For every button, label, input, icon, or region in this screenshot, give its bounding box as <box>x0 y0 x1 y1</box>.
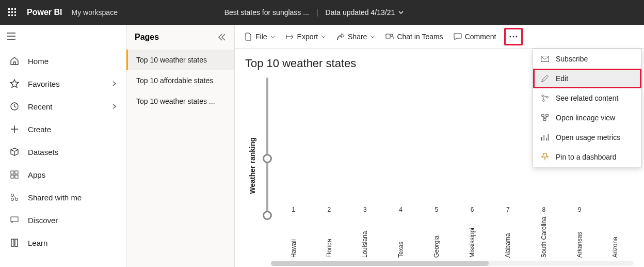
collapse-pages-icon[interactable] <box>217 33 226 42</box>
export-icon <box>286 33 294 41</box>
data-updated-label: Data updated 4/13/21 <box>326 8 395 17</box>
bar-value: 2 <box>328 206 331 213</box>
chat-teams-label: Chat in Teams <box>397 33 443 41</box>
more-options-menu: SubscribeEditSee related contentOpen lin… <box>533 49 642 167</box>
chevron-down-icon <box>398 9 404 15</box>
svg-rect-1 <box>11 8 13 10</box>
x-tick: Texas <box>384 216 417 258</box>
file-label: File <box>255 33 267 41</box>
cube-icon <box>9 147 20 157</box>
nav-item-datasets[interactable]: Datasets <box>0 140 126 163</box>
workspace-label[interactable]: My workspace <box>71 8 117 17</box>
more-options-button[interactable] <box>504 28 523 45</box>
nav-item-apps[interactable]: Apps <box>0 163 126 186</box>
svg-rect-18 <box>386 34 390 38</box>
nav-item-label: Home <box>28 57 49 66</box>
menu-item-label: Pin to a dashboard <box>556 153 617 161</box>
page-item[interactable]: Top 10 affordable states <box>126 70 234 91</box>
metrics-icon <box>540 133 550 142</box>
chevron-right-icon <box>111 81 117 87</box>
svg-point-20 <box>510 36 511 37</box>
menu-item-pin[interactable]: Pin to a dashboard <box>533 147 641 167</box>
share-button[interactable]: Share <box>332 29 379 44</box>
bar-value: 7 <box>506 206 510 213</box>
nav-item-label: Learn <box>28 239 47 247</box>
svg-point-24 <box>542 95 544 97</box>
bar[interactable]: 8 <box>527 206 560 214</box>
x-tick: Hawaii <box>277 216 310 258</box>
menu-item-subscribe[interactable]: Subscribe <box>533 49 641 69</box>
nav-item-favorites[interactable]: Favorites <box>0 72 126 95</box>
mail-icon <box>540 54 550 64</box>
bar[interactable]: 3 <box>349 206 381 214</box>
svg-point-25 <box>546 96 549 98</box>
nav-item-learn[interactable]: Learn <box>0 231 126 254</box>
y-axis-label: Weather ranking <box>245 137 260 194</box>
horizontal-scrollbar[interactable] <box>271 261 634 266</box>
share-label: Share <box>348 33 367 41</box>
bar-value: 1 <box>292 206 295 213</box>
nav-item-home[interactable]: Home <box>0 50 126 72</box>
bar[interactable]: 5 <box>420 206 453 214</box>
bar[interactable]: 4 <box>384 206 417 214</box>
nav-item-create[interactable]: Create <box>0 118 126 140</box>
comment-button[interactable]: Comment <box>449 29 501 44</box>
page-item[interactable]: Top 10 weather states ... <box>126 91 234 112</box>
nav-item-label: Discover <box>28 216 58 225</box>
bar-value: 8 <box>542 206 545 213</box>
svg-rect-27 <box>542 115 544 117</box>
bar[interactable]: 2 <box>313 206 345 214</box>
x-tick: Florida <box>313 216 345 258</box>
y-axis-slider[interactable] <box>260 73 275 258</box>
menu-item-label: See related content <box>556 94 618 102</box>
nav-item-shared[interactable]: Shared with me <box>0 186 126 209</box>
svg-rect-28 <box>546 115 549 117</box>
menu-item-related[interactable]: See related content <box>533 88 641 108</box>
svg-rect-17 <box>11 217 18 222</box>
nav-item-discover[interactable]: Discover <box>0 209 126 231</box>
svg-rect-23 <box>541 56 549 62</box>
x-tick: Georgia <box>420 216 453 258</box>
export-button[interactable]: Export <box>282 29 330 44</box>
chevron-down-icon <box>270 34 276 39</box>
x-tick: Arizona <box>599 216 632 258</box>
book-icon <box>9 238 20 248</box>
bar[interactable]: 7 <box>492 206 524 214</box>
svg-point-15 <box>15 198 18 201</box>
svg-rect-0 <box>8 8 10 10</box>
x-tick: Alabama <box>492 216 524 258</box>
pages-pane: Pages Top 10 weather statesTop 10 afford… <box>126 25 235 267</box>
pencil-icon <box>540 74 550 83</box>
data-updated-dropdown[interactable]: Data updated 4/13/21 <box>326 8 405 17</box>
bar-value: 5 <box>434 206 438 213</box>
svg-rect-8 <box>14 14 16 16</box>
menu-item-lineage[interactable]: Open lineage view <box>533 108 641 128</box>
nav-item-label: Create <box>28 125 51 134</box>
svg-rect-12 <box>11 175 14 178</box>
report-name[interactable]: Best states for sunglass ... <box>224 8 309 17</box>
bar[interactable]: 6 <box>456 206 488 214</box>
svg-rect-2 <box>14 8 16 10</box>
app-launcher-icon[interactable] <box>4 4 21 21</box>
menu-item-edit[interactable]: Edit <box>533 69 641 88</box>
grid-icon <box>9 169 20 180</box>
svg-rect-6 <box>8 14 10 16</box>
svg-rect-11 <box>15 171 18 174</box>
bar[interactable]: 1 <box>277 206 310 214</box>
chat-teams-button[interactable]: Chat in Teams <box>381 29 447 44</box>
nav-item-recent[interactable]: Recent <box>0 95 126 118</box>
svg-point-16 <box>11 198 14 201</box>
bar[interactable]: 9 <box>563 206 595 214</box>
file-button[interactable]: File <box>240 29 280 44</box>
hamburger-icon[interactable] <box>6 31 19 43</box>
menu-item-label: Subscribe <box>556 55 588 63</box>
file-icon <box>244 33 252 41</box>
export-label: Export <box>297 33 318 41</box>
menu-item-label: Edit <box>556 74 568 83</box>
menu-item-usage[interactable]: Open usage metrics <box>533 128 641 147</box>
nav-item-label: Apps <box>28 170 45 179</box>
nav-item-label: Datasets <box>28 148 58 156</box>
page-item[interactable]: Top 10 weather states <box>126 50 234 70</box>
pages-title: Pages <box>135 33 159 42</box>
x-tick: Arkansas <box>563 216 595 258</box>
